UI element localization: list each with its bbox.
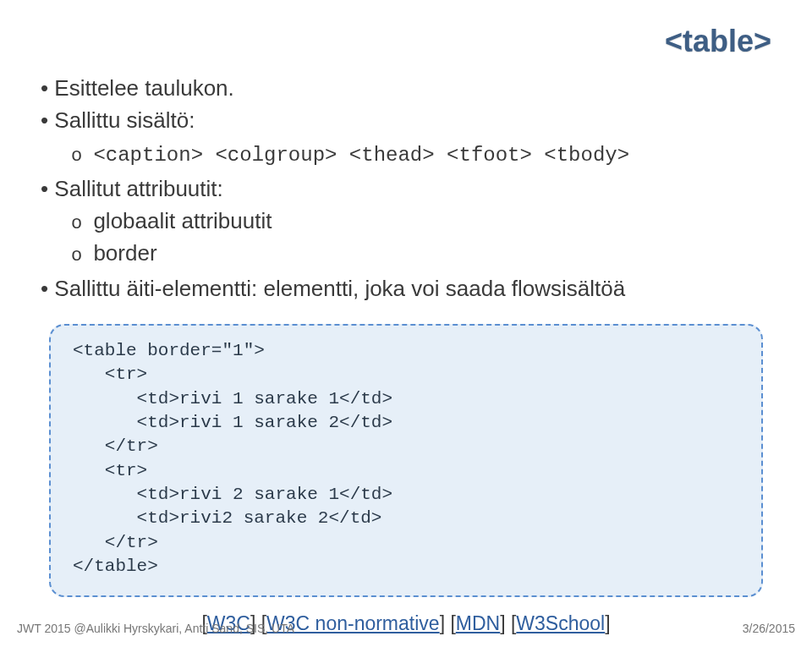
slide: <table> Esittelee taulukon. Sallittu sis… — [0, 0, 812, 647]
list-item-text: Sallitut attribuutit: — [54, 176, 222, 201]
list-item-text: <caption> <colgroup> <thead> <tfoot> <tb… — [93, 144, 629, 167]
list-item-text: globaalit attribuutit — [93, 208, 272, 233]
list-item: border — [71, 238, 771, 270]
list-item-text: Sallittu sisältö: — [54, 107, 195, 133]
list-item: Sallittu äiti-elementti: elementti, joka… — [41, 273, 771, 304]
list-item-text: border — [93, 240, 156, 266]
sub-list: globaalit attribuutit border — [41, 206, 771, 270]
list-item: Sallitut attribuutit: globaalit attribuu… — [41, 173, 771, 270]
list-item: Sallittu sisältö: <caption> <colgroup> <… — [41, 105, 771, 169]
page-title: <table> — [665, 24, 771, 59]
list-item: globaalit attribuutit — [71, 206, 771, 238]
footer-date: 3/26/2015 — [743, 622, 795, 635]
bullet-list: Esittelee taulukon. Sallittu sisältö: <c… — [41, 73, 771, 304]
slide-footer: JWT 2015 @Aulikki Hyrskykari, Antti Sand… — [17, 622, 795, 635]
list-item: <caption> <colgroup> <thead> <tfoot> <tb… — [71, 138, 771, 170]
code-example-box: <table border="1"> <tr> <td>rivi 1 sarak… — [49, 324, 763, 597]
list-item-text: Sallittu äiti-elementti: elementti, joka… — [54, 276, 625, 301]
code-example: <table border="1"> <tr> <td>rivi 1 sarak… — [73, 339, 739, 578]
list-item: Esittelee taulukon. — [41, 73, 771, 103]
slide-content: Esittelee taulukon. Sallittu sisältö: <c… — [41, 32, 771, 635]
list-item-text: Esittelee taulukon. — [54, 75, 233, 101]
footer-author: JWT 2015 @Aulikki Hyrskykari, Antti Sand… — [17, 622, 294, 635]
sub-list: <caption> <colgroup> <thead> <tfoot> <tb… — [41, 138, 771, 170]
